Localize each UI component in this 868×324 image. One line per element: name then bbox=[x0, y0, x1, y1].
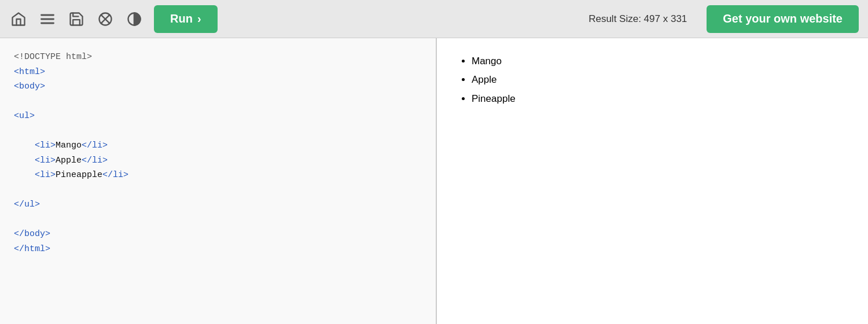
code-line bbox=[14, 212, 422, 227]
home-icon[interactable] bbox=[9, 10, 28, 28]
rotate-icon[interactable] bbox=[96, 10, 115, 28]
contrast-icon[interactable] bbox=[125, 10, 144, 28]
main-content: <!DOCTYPE html> <html> <body> <ul> <li>M… bbox=[0, 38, 868, 324]
code-line: </body> bbox=[14, 227, 422, 242]
code-line: </ul> bbox=[14, 197, 422, 212]
code-line: <li>Apple</li> bbox=[14, 153, 422, 168]
get-website-button[interactable]: Get your own website bbox=[707, 5, 859, 33]
code-line: </html> bbox=[14, 242, 422, 257]
result-size-label: Result Size: 497 x 331 bbox=[589, 13, 687, 25]
code-line bbox=[14, 94, 422, 109]
list-item: Pineapple bbox=[472, 90, 849, 108]
code-line: <body> bbox=[14, 79, 422, 94]
code-line: <li>Mango</li> bbox=[14, 138, 422, 153]
run-button[interactable]: Run › bbox=[154, 5, 218, 33]
list-item: Mango bbox=[472, 52, 849, 71]
save-icon[interactable] bbox=[67, 10, 86, 28]
code-line: <!DOCTYPE html> bbox=[14, 50, 422, 65]
code-editor[interactable]: <!DOCTYPE html> <html> <body> <ul> <li>M… bbox=[0, 38, 437, 324]
code-line bbox=[14, 183, 422, 198]
toolbar: Run › Result Size: 497 x 331 Get your ow… bbox=[0, 0, 868, 38]
code-line: <ul> bbox=[14, 109, 422, 124]
run-label: Run bbox=[170, 12, 193, 25]
menu-icon[interactable] bbox=[38, 10, 57, 28]
run-chevron: › bbox=[197, 12, 201, 25]
preview-panel: Mango Apple Pineapple bbox=[437, 38, 868, 324]
list-item: Apple bbox=[472, 71, 849, 89]
code-line: <li>Pineapple</li> bbox=[14, 168, 422, 183]
code-line: <html> bbox=[14, 65, 422, 80]
preview-list: Mango Apple Pineapple bbox=[455, 52, 849, 108]
code-line bbox=[14, 124, 422, 139]
